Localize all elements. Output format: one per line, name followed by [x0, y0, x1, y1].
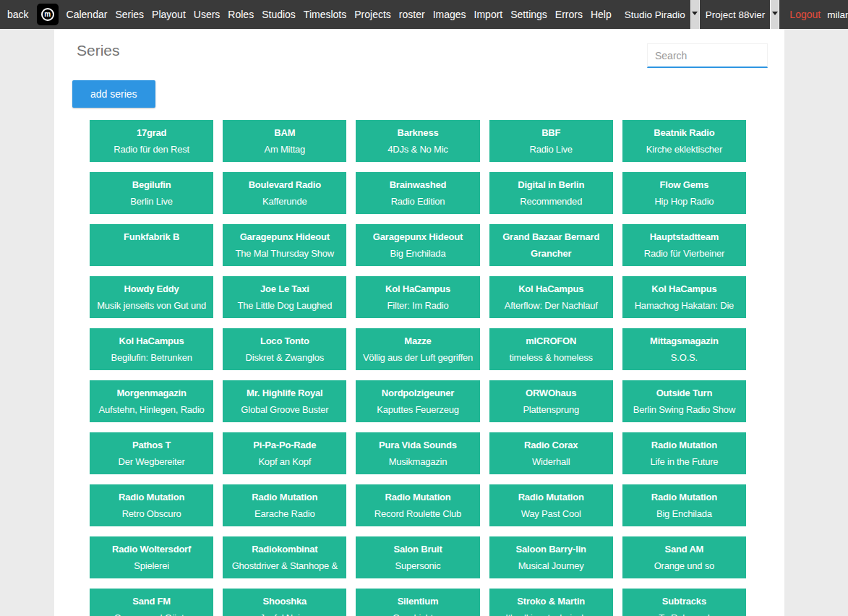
- series-card-title: Radio Mutation: [227, 489, 342, 505]
- nav-item-settings[interactable]: Settings: [510, 9, 547, 20]
- series-card[interactable]: Salon BruitSupersonic: [356, 536, 479, 578]
- series-card[interactable]: SubtracksTo Released: [622, 589, 746, 616]
- nav-item-series[interactable]: Series: [115, 9, 144, 20]
- nav-item-playout[interactable]: Playout: [152, 9, 186, 20]
- series-card-title: mICROFON: [494, 333, 609, 349]
- series-card[interactable]: Radio WoltersdorfSpielerei: [90, 536, 213, 578]
- series-card[interactable]: mICROFONtimeless & homeless: [489, 328, 613, 370]
- nav-item-roles[interactable]: Roles: [228, 9, 254, 20]
- series-card[interactable]: Sand FMOrange und Gäste: [90, 589, 213, 616]
- chevron-down-icon[interactable]: [770, 0, 779, 29]
- series-card-subtitle: Retro Obscuro: [94, 505, 209, 522]
- series-card[interactable]: MittagsmagazinS.O.S.: [622, 328, 746, 370]
- series-card[interactable]: Barkness4DJs & No Mic: [356, 120, 479, 162]
- series-card[interactable]: Digital in BerlinRecommended: [489, 172, 613, 214]
- series-card[interactable]: Kol HaCampusHamachog Hakatan: Die: [622, 276, 746, 318]
- series-card[interactable]: BrainwashedRadio Edition: [356, 172, 479, 214]
- series-card-subtitle: Radio Live: [494, 141, 609, 158]
- nav-item-users[interactable]: Users: [194, 9, 220, 20]
- series-card[interactable]: SilentiumGeschichten: [356, 589, 479, 616]
- series-card[interactable]: ORWOhausPlattensprung: [489, 380, 613, 422]
- series-grid: 17gradRadio für den RestBAMAm MittagBark…: [90, 120, 746, 616]
- series-card-title: Brainwashed: [360, 176, 475, 193]
- series-card[interactable]: Boulevard RadioKafferunde: [223, 172, 346, 214]
- series-card[interactable]: Radio MutationLife in the Future: [622, 432, 746, 474]
- chevron-down-icon[interactable]: [690, 0, 700, 29]
- nav-item-help[interactable]: Help: [591, 9, 612, 20]
- series-card[interactable]: MorgenmagazinAufstehn, Hinlegen, Radio: [90, 380, 213, 422]
- nav-item-calendar[interactable]: Calendar: [67, 9, 108, 20]
- series-card[interactable]: BegilufinBerlin Live: [90, 172, 213, 214]
- studio-selector-value: Studio Piradio: [625, 9, 690, 20]
- nav-item-projects[interactable]: Projects: [354, 9, 391, 20]
- series-card-title: Radio Mutation: [627, 437, 742, 453]
- series-card-title: Pi-Pa-Po-Rade: [227, 437, 342, 453]
- series-card[interactable]: Loco TontoDiskret & Zwanglos: [223, 328, 346, 370]
- series-card[interactable]: Outside TurnBerlin Swing Radio Show: [622, 380, 746, 422]
- logo-letter: m: [41, 8, 54, 21]
- series-card[interactable]: HauptstadtteamRadio für Vierbeiner: [622, 224, 746, 266]
- series-card-subtitle: Afterflow: Der Nachlauf: [494, 297, 609, 314]
- series-card[interactable]: Radio CoraxWiderhall: [489, 432, 613, 474]
- series-card-subtitle: Ghostdriver & Stanhope &: [227, 557, 342, 574]
- series-card[interactable]: Kol HaCampusAfterflow: Der Nachlauf: [489, 276, 613, 318]
- series-card[interactable]: Grand Bazaar Bernard Grancher: [489, 224, 613, 266]
- series-card-subtitle: Kafferunde: [227, 193, 342, 210]
- nav-item-timeslots[interactable]: Timeslots: [304, 9, 346, 20]
- series-card-title: Kol HaCampus: [94, 333, 209, 349]
- series-card[interactable]: 17gradRadio für den Rest: [90, 120, 213, 162]
- series-card[interactable]: Pura Vida SoundsMusikmagazin: [356, 432, 479, 474]
- series-card[interactable]: Sand AMOrange und so: [622, 536, 746, 578]
- studio-selector[interactable]: Studio Piradio: [625, 0, 700, 29]
- series-card[interactable]: Radio MutationRetro Obscuro: [90, 484, 213, 526]
- nav-item-roster[interactable]: roster: [399, 9, 425, 20]
- series-card[interactable]: NordpolzigeunerKaputtes Feuerzeug: [356, 380, 479, 422]
- series-card-title: Radio Mutation: [494, 489, 609, 505]
- logo-icon[interactable]: m: [37, 4, 59, 25]
- series-card[interactable]: Pi-Pa-Po-RadeKopf an Kopf: [223, 432, 346, 474]
- series-card-subtitle: Hamachog Hakatan: Die: [627, 297, 742, 314]
- series-card-subtitle: Begilufin: Betrunken: [94, 349, 209, 366]
- series-card-title: Flow Gems: [627, 176, 742, 193]
- series-card[interactable]: Pathos TDer Wegbereiter: [90, 432, 213, 474]
- series-card-title: Pura Vida Sounds: [360, 437, 475, 453]
- series-card[interactable]: BAMAm Mittag: [223, 120, 346, 162]
- series-card-subtitle: Geschichten: [360, 609, 475, 616]
- nav-item-import[interactable]: Import: [474, 9, 503, 20]
- series-card[interactable]: Flow GemsHip Hop Radio: [622, 172, 746, 214]
- series-card[interactable]: Garagepunx HideoutBig Enchilada: [356, 224, 479, 266]
- series-card[interactable]: Kol HaCampusFilter: Im Radio: [356, 276, 479, 318]
- nav-item-images[interactable]: Images: [433, 9, 466, 20]
- series-card[interactable]: Radio MutationWay Past Cool: [489, 484, 613, 526]
- add-series-button[interactable]: add series: [72, 80, 155, 108]
- logout-link[interactable]: Logout: [789, 9, 821, 20]
- series-card[interactable]: Joe Le TaxiThe Little Dog Laughed: [223, 276, 346, 318]
- series-card[interactable]: Radio MutationBig Enchilada: [622, 484, 746, 526]
- series-card[interactable]: ShooshkaJoyful Noise: [223, 589, 346, 616]
- series-card[interactable]: Radio MutationRecord Roulette Club: [356, 484, 479, 526]
- series-card[interactable]: MazzeVöllig aus der Luft gegriffen: [356, 328, 479, 370]
- project-selector[interactable]: Project 88vier: [706, 0, 780, 29]
- series-card-title: Boulevard Radio: [227, 176, 342, 193]
- series-card[interactable]: Howdy EddyMusik jenseits von Gut und: [90, 276, 213, 318]
- series-card[interactable]: RadiokombinatGhostdriver & Stanhope &: [223, 536, 346, 578]
- search-input[interactable]: [648, 44, 767, 67]
- series-card[interactable]: Beatnik RadioKirche eklektischer: [622, 120, 746, 162]
- back-link[interactable]: back: [7, 9, 29, 20]
- series-card[interactable]: Saloon Barry-linMusical Journey: [489, 536, 613, 578]
- series-card-title: Funkfabrik B: [94, 228, 209, 245]
- nav-item-studios[interactable]: Studios: [262, 9, 296, 20]
- series-card-title: 17grad: [94, 124, 209, 141]
- series-card[interactable]: BBFRadio Live: [489, 120, 613, 162]
- series-card[interactable]: Stroko & MartinIt's all in a technicolou…: [489, 589, 613, 616]
- series-card-subtitle: Orange und so: [627, 557, 742, 574]
- series-card[interactable]: Kol HaCampusBegilufin: Betrunken: [90, 328, 213, 370]
- series-card[interactable]: Garagepunx HideoutThe Mal Thursday Show: [223, 224, 346, 266]
- series-card-subtitle: Musik jenseits von Gut und: [94, 297, 209, 314]
- series-card[interactable]: Mr. Highlife RoyalGlobal Groove Buster: [223, 380, 346, 422]
- series-card-title: Nordpolzigeuner: [360, 385, 475, 401]
- series-card[interactable]: Funkfabrik B: [90, 224, 213, 266]
- nav-item-errors[interactable]: Errors: [555, 9, 583, 20]
- series-card-title: Pathos T: [94, 437, 209, 453]
- series-card[interactable]: Radio MutationEarache Radio: [223, 484, 346, 526]
